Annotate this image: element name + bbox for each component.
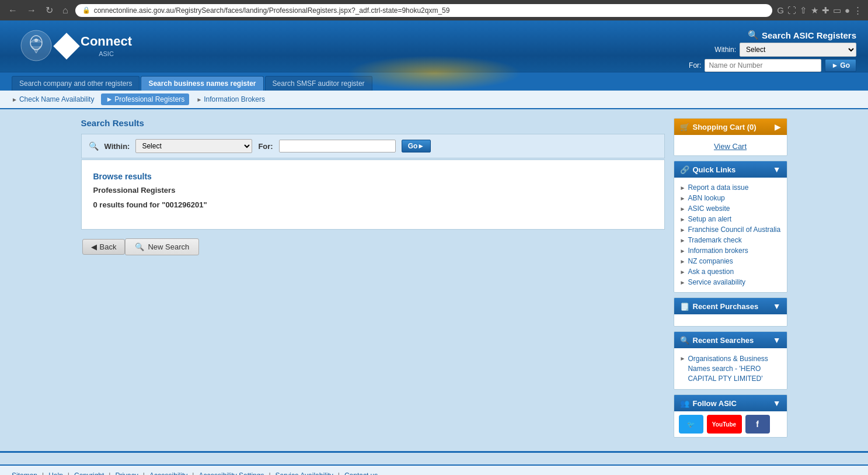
- back-nav-button[interactable]: ←: [6, 4, 20, 17]
- facebook-button[interactable]: f: [745, 415, 770, 434]
- arrow-icon: ►: [680, 279, 686, 286]
- follow-asic-header: 👥 Follow ASIC ▼: [674, 395, 787, 411]
- search-for-input[interactable]: [279, 140, 396, 152]
- search-within-select[interactable]: Select Company Business Name Professiona…: [135, 139, 252, 153]
- list-item: ► Franchise Council of Australia: [680, 224, 781, 235]
- cart-toggle-button[interactable]: ▶: [775, 122, 781, 131]
- header-for-label: For:: [678, 61, 701, 70]
- page-wrapper: Connect ASIC 🔍 Search ASIC Registers Wit…: [0, 20, 868, 475]
- quick-link-ask-question[interactable]: Ask a question: [688, 268, 734, 276]
- arrow-icon: ►: [680, 355, 686, 362]
- recent-purchases-widget: 🗒️ Recent Purchases ▼: [674, 297, 787, 327]
- follow-asic-widget: 👥 Follow ASIC ▼ 🐦 YouTube f: [674, 394, 787, 438]
- quick-link-setup-alert[interactable]: Setup an alert: [688, 215, 731, 223]
- header-search-area: 🔍 Search ASIC Registers Within: Select C…: [678, 25, 856, 72]
- svg-point-2: [34, 39, 38, 42]
- menu-icon[interactable]: ⋮: [853, 5, 862, 16]
- search-magnifier-icon: 🔍: [748, 30, 759, 40]
- quick-link-service-availability[interactable]: Service availability: [688, 278, 745, 286]
- recent-purchases-icon: 🗒️: [680, 302, 689, 311]
- recent-searches-header: 🔍 Recent Searches ▼: [674, 332, 787, 348]
- quick-links-toggle-button[interactable]: ▼: [773, 165, 781, 174]
- home-button[interactable]: ⌂: [60, 4, 71, 17]
- back-button[interactable]: ◀ Back: [82, 239, 126, 255]
- twitter-button[interactable]: 🐦: [679, 415, 703, 434]
- youtube-button[interactable]: YouTube: [707, 415, 742, 434]
- follow-asic-toggle-button[interactable]: ▼: [773, 398, 781, 408]
- footer-link-sitemap[interactable]: Sitemap: [12, 471, 37, 475]
- recent-searches-icon: 🔍: [680, 336, 689, 345]
- google-icon[interactable]: G: [777, 5, 784, 15]
- sidebar: 🛒 Shopping Cart (0) ▶ View Cart 🔗 Quick …: [674, 118, 787, 442]
- footer-link-contact[interactable]: Contact us: [344, 471, 378, 475]
- sub-nav-info-arrow-icon: ►: [196, 96, 202, 103]
- tab-smsf-auditor[interactable]: Search SMSF auditor register: [265, 76, 372, 91]
- extensions-icon[interactable]: ✚: [822, 5, 829, 16]
- section-title: Search Results: [81, 118, 665, 128]
- footer-link-help[interactable]: Help: [48, 471, 63, 475]
- arrow-icon: ►: [680, 195, 686, 202]
- tab-icon[interactable]: ▭: [833, 5, 841, 16]
- bookmark-icon[interactable]: ★: [811, 5, 818, 16]
- quick-link-abn[interactable]: ABN lookup: [688, 194, 724, 202]
- header-go-button[interactable]: ► Go: [825, 59, 856, 72]
- site-header: Connect ASIC 🔍 Search ASIC Registers Wit…: [0, 20, 868, 91]
- quick-links-icon: 🔗: [680, 165, 689, 174]
- list-item: ► Service availability: [680, 277, 781, 287]
- arrow-icon: ►: [680, 206, 686, 212]
- address-bar[interactable]: 🔒 connectonline.asic.gov.au/RegistrySear…: [75, 4, 773, 17]
- twitter-icon: 🐦: [687, 421, 695, 428]
- tab-company-registers[interactable]: Search company and other registers: [12, 76, 140, 91]
- actions-row: ◀ Back 🔍 New Search: [81, 238, 665, 255]
- share-icon[interactable]: ⇧: [800, 5, 807, 16]
- quick-link-info-brokers[interactable]: Information brokers: [688, 247, 748, 255]
- list-item: ► ASIC website: [680, 203, 781, 214]
- header-within-row: Within: Select Company Business Name Pro…: [713, 43, 856, 57]
- quick-link-report-data[interactable]: Report a data issue: [688, 183, 748, 192]
- sub-nav-professional-registers[interactable]: ► Professional Registers: [101, 93, 189, 105]
- screenshot-icon[interactable]: ⛶: [787, 5, 796, 15]
- quick-link-trademark[interactable]: Trademark check: [688, 236, 741, 244]
- lock-icon: 🔒: [82, 6, 90, 14]
- footer-link-service-availability[interactable]: Service Availability: [276, 471, 333, 475]
- tab-business-names[interactable]: Search business names register: [141, 76, 263, 91]
- footer-sep-6: |: [269, 471, 270, 475]
- sub-nav-bar: ► Check Name Availability ► Professional…: [0, 91, 868, 109]
- arrow-icon: ►: [680, 248, 686, 254]
- footer-link-privacy[interactable]: Privacy: [115, 471, 138, 475]
- shopping-cart-widget: 🛒 Shopping Cart (0) ▶ View Cart: [674, 118, 787, 156]
- arrow-icon: ►: [680, 269, 686, 275]
- profile-icon[interactable]: ●: [845, 5, 850, 15]
- search-form-bar: 🔍 Within: Select Company Business Name P…: [81, 134, 665, 158]
- diamond-logo-icon: [53, 33, 79, 59]
- facebook-icon: f: [756, 419, 759, 429]
- no-results-text: 0 results found for "001296201": [93, 200, 653, 209]
- recent-purchases-toggle-button[interactable]: ▼: [773, 301, 781, 311]
- forward-nav-button[interactable]: →: [25, 4, 39, 17]
- quick-link-asic-website[interactable]: ASIC website: [688, 204, 730, 213]
- footer-sep-5: |: [192, 471, 194, 475]
- search-for-label: For:: [258, 142, 273, 151]
- search-go-button[interactable]: Go►: [402, 140, 431, 152]
- sub-nav-check-name[interactable]: ► Check Name Availability: [12, 95, 94, 103]
- quick-link-nz-companies[interactable]: NZ companies: [688, 257, 733, 265]
- header-within-select[interactable]: Select Company Business Name Professiona…: [740, 43, 856, 57]
- arrow-icon: ►: [680, 216, 686, 223]
- sub-nav-information-brokers[interactable]: ► Information Brokers: [196, 95, 265, 103]
- header-for-input[interactable]: [705, 59, 821, 72]
- footer-link-accessibility[interactable]: Accessibility: [149, 471, 187, 475]
- register-name: Professional Registers: [93, 186, 653, 195]
- header-search-title: 🔍 Search ASIC Registers: [748, 30, 856, 40]
- list-item: ► Trademark check: [680, 235, 781, 245]
- recent-purchases-header: 🗒️ Recent Purchases ▼: [674, 298, 787, 314]
- view-cart-link[interactable]: View Cart: [680, 142, 781, 151]
- recent-searches-toggle-button[interactable]: ▼: [773, 335, 781, 345]
- reload-button[interactable]: ↻: [43, 4, 55, 17]
- new-search-button[interactable]: 🔍 New Search: [125, 238, 199, 255]
- recent-search-link[interactable]: Organisations & Business Names search - …: [688, 354, 780, 383]
- header-within-label: Within:: [713, 46, 736, 54]
- footer-link-accessibility-settings[interactable]: Accessibility Settings: [198, 471, 264, 475]
- footer-link-copyright[interactable]: Copyright: [74, 471, 104, 475]
- cart-widget-header: 🛒 Shopping Cart (0) ▶: [674, 119, 787, 135]
- quick-link-franchise-council[interactable]: Franchise Council of Australia: [688, 226, 780, 234]
